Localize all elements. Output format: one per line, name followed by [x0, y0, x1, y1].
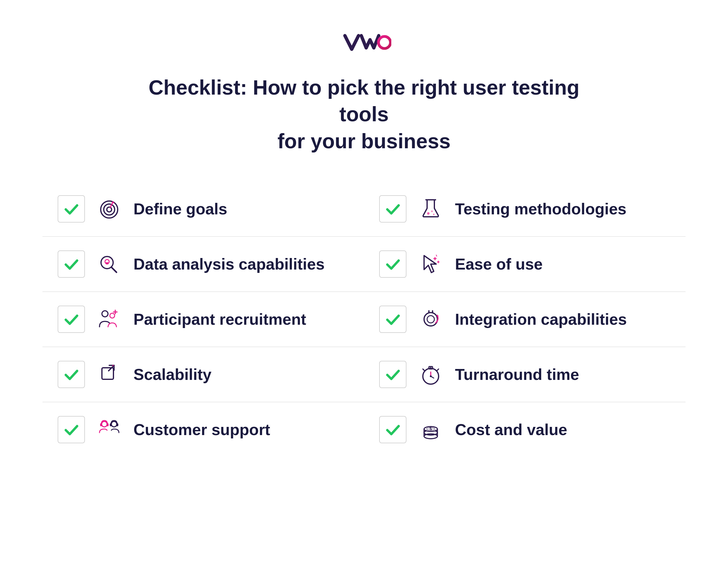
- cursor-icon: [416, 249, 446, 279]
- data-search-icon: [94, 249, 125, 279]
- checkbox-data-analysis: [58, 250, 85, 278]
- item-label-scalability: Scalability: [134, 365, 211, 383]
- headset-icon: [94, 414, 125, 445]
- list-item: Testing methodologies: [364, 182, 686, 237]
- item-label-participant-recruitment: Participant recruitment: [134, 310, 306, 328]
- svg-line-11: [111, 267, 116, 272]
- svg-point-24: [424, 313, 437, 326]
- coins-icon: $: [416, 414, 446, 445]
- list-item: Turnaround time: [364, 347, 686, 402]
- svg-line-38: [437, 369, 439, 371]
- svg-rect-46: [110, 423, 112, 426]
- list-item: $ Cost and value: [364, 402, 686, 457]
- svg-point-20: [102, 311, 108, 317]
- checkbox-cost-and-value: [379, 416, 407, 443]
- svg-point-9: [433, 214, 435, 215]
- svg-point-21: [110, 313, 115, 318]
- checkbox-turnaround-time: [379, 361, 407, 388]
- svg-line-19: [436, 255, 437, 256]
- checkbox-scalability: [58, 361, 85, 388]
- list-item: Scalability: [42, 347, 364, 402]
- item-label-testing-methodologies: Testing methodologies: [455, 200, 627, 218]
- svg-rect-44: [106, 423, 108, 426]
- checkbox-participant-recruitment: [58, 306, 85, 333]
- svg-point-2: [104, 204, 115, 215]
- list-item: Data analysis capabilities: [42, 237, 364, 292]
- item-label-cost-and-value: Cost and value: [455, 420, 567, 439]
- list-item: Integration capabilities: [364, 292, 686, 347]
- people-plus-icon: [94, 304, 125, 334]
- svg-point-3: [107, 207, 111, 212]
- page-title: Checklist: How to pick the right user te…: [122, 74, 607, 154]
- item-label-integration-capabilities: Integration capabilities: [455, 310, 627, 328]
- plug-icon: [416, 304, 446, 334]
- checkbox-customer-support: [58, 416, 85, 443]
- scale-icon: [94, 359, 125, 389]
- svg-rect-43: [100, 423, 102, 426]
- item-label-ease-of-use: Ease of use: [455, 255, 543, 273]
- svg-rect-13: [106, 262, 108, 264]
- list-item: Customer support: [42, 402, 364, 457]
- checkbox-integration-capabilities: [379, 306, 407, 333]
- item-label-turnaround-time: Turnaround time: [455, 365, 579, 383]
- item-label-customer-support: Customer support: [134, 420, 270, 439]
- checkbox-testing-methodologies: [379, 195, 407, 223]
- item-label-data-analysis: Data analysis capabilities: [134, 255, 324, 273]
- target-icon: [94, 194, 125, 224]
- svg-point-41: [430, 375, 432, 377]
- svg-marker-14: [424, 256, 436, 273]
- page-wrapper: Checklist: How to pick the right user te…: [0, 0, 728, 475]
- list-item: Ease of use: [364, 237, 686, 292]
- checkbox-define-goals: [58, 195, 85, 223]
- svg-rect-47: [116, 423, 118, 426]
- svg-rect-29: [102, 368, 113, 379]
- svg-point-7: [427, 212, 430, 215]
- svg-point-45: [111, 421, 117, 427]
- svg-point-42: [101, 421, 107, 427]
- svg-point-8: [431, 211, 433, 212]
- svg-point-25: [427, 316, 434, 323]
- flask-icon: [416, 194, 446, 224]
- list-item: Participant recruitment: [42, 292, 364, 347]
- svg-point-0: [379, 36, 391, 48]
- checklist-grid: Define goals Testing metho: [42, 182, 686, 457]
- list-item: Define goals: [42, 182, 364, 237]
- stopwatch-icon: [416, 359, 446, 389]
- item-label-define-goals: Define goals: [134, 200, 227, 218]
- checkbox-ease-of-use: [379, 250, 407, 278]
- logo: [337, 30, 391, 56]
- svg-line-37: [423, 369, 425, 371]
